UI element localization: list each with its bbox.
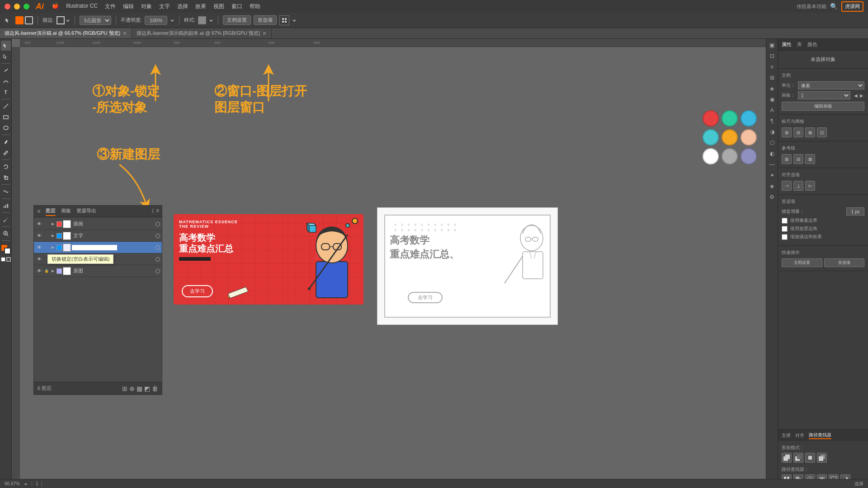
right-icon-brush[interactable]: ✦ — [768, 171, 777, 180]
bottom-tab-align[interactable]: 对齐 — [795, 432, 804, 439]
swatch-orange[interactable] — [722, 129, 738, 145]
stroke-color[interactable] — [25, 16, 33, 24]
layer-dot-yuantu[interactable] — [156, 269, 160, 273]
panel-collapse-btn[interactable]: 《 — [149, 207, 154, 215]
layer-lock-editing[interactable] — [44, 245, 49, 250]
layer-expand-editing[interactable]: ▶ — [50, 245, 56, 250]
warp-tool[interactable] — [1, 187, 11, 197]
right-icon-symbols[interactable]: ◈ — [768, 182, 777, 191]
right-icon-character[interactable]: A — [768, 106, 777, 115]
menu-effect[interactable]: 效果 — [195, 3, 206, 10]
direct-select-tool[interactable] — [1, 52, 11, 61]
move-to-layer-btn[interactable]: ▦ — [137, 385, 142, 392]
swatch-teal[interactable] — [722, 110, 738, 127]
menu-select[interactable]: 选择 — [177, 3, 188, 10]
select-tool[interactable] — [1, 41, 11, 51]
menu-text[interactable]: 文字 — [159, 3, 170, 10]
zoom-tool[interactable] — [1, 229, 11, 239]
align-right[interactable]: ⊢ — [805, 181, 815, 191]
layer-eye-editing[interactable]: 👁 — [36, 244, 43, 251]
curvature-tool[interactable] — [1, 76, 11, 86]
layer-item-wenzi[interactable]: 👁 ▶ 文字 — [34, 230, 162, 242]
scale-stroke-checkbox[interactable] — [782, 234, 788, 240]
move-up-btn[interactable]: ◩ — [144, 385, 150, 392]
layer-expand-yuantu[interactable]: ▶ — [50, 268, 56, 274]
right-icon-paragraph[interactable]: ¶ — [768, 117, 777, 126]
right-tab-properties[interactable]: 属性 — [782, 41, 792, 48]
right-board-select[interactable]: 1 — [798, 91, 850, 99]
pencil-tool[interactable] — [1, 148, 11, 158]
menu-apple[interactable]: 🍎 — [52, 3, 59, 10]
layer-lock-yuantu[interactable]: 🔒 — [44, 268, 49, 274]
ellipse-tool[interactable] — [1, 123, 11, 133]
ruler-icon-1[interactable]: ⊞ — [782, 127, 792, 137]
ruler-icon-4[interactable]: ⊡ — [817, 127, 827, 137]
swatch-white[interactable] — [703, 148, 719, 164]
layer-dot-editing[interactable] — [156, 245, 160, 250]
preferences-toolbar-btn[interactable]: 首选项 — [254, 15, 277, 25]
swatch-purple[interactable] — [741, 148, 757, 164]
tab-2-close[interactable]: ✕ — [262, 30, 267, 37]
fill-stroke-selector[interactable] — [1, 244, 11, 254]
keyboard-nudge-input[interactable] — [846, 207, 864, 216]
menu-object[interactable]: 对象 — [141, 3, 152, 10]
right-icon-properties[interactable]: ▣ — [768, 41, 777, 50]
layers-tab-export[interactable]: 资源导出 — [76, 206, 96, 216]
layer-dot-wenzi[interactable] — [156, 234, 160, 238]
board-next[interactable]: ▶ — [859, 93, 864, 98]
menu-illustrator[interactable]: Illustrator CC — [66, 3, 98, 10]
maximize-button[interactable] — [24, 4, 29, 9]
shape-unite[interactable] — [782, 453, 792, 463]
create-layer-btn[interactable]: ⊕ — [129, 385, 135, 392]
layer-lock-chua[interactable] — [44, 221, 49, 227]
layer-expand-wenzi[interactable]: ▶ — [50, 233, 56, 239]
banner-button[interactable]: 去学习 — [182, 285, 213, 297]
fill-icon[interactable] — [1, 257, 5, 262]
guide-icon-3[interactable]: ⊠ — [805, 154, 815, 164]
edit-board-btn[interactable]: 编辑画板 — [782, 102, 864, 111]
line-tool[interactable] — [1, 101, 11, 111]
style-swatch[interactable] — [198, 16, 206, 24]
layer-dot-chua[interactable] — [156, 222, 160, 226]
right-icon-swatches[interactable]: ⬡ — [768, 138, 777, 147]
quick-prefs[interactable]: 首选项 — [824, 258, 865, 267]
rect-tool[interactable] — [1, 112, 11, 122]
right-icon-settings[interactable]: ⚙ — [768, 192, 777, 202]
arrange-icon[interactable] — [279, 15, 289, 25]
guide-icon-1[interactable]: ⊞ — [782, 154, 792, 164]
shape-exclude[interactable] — [817, 453, 827, 463]
layer-name-input[interactable] — [72, 245, 117, 250]
swatch-cyan[interactable] — [703, 129, 719, 145]
rotate-tool[interactable] — [1, 162, 11, 172]
eyedropper-tool[interactable] — [1, 215, 11, 225]
right-icon-color[interactable]: ◑ — [768, 127, 777, 136]
snap-pixel-checkbox[interactable] — [782, 218, 788, 224]
select-tool-icon[interactable] — [4, 16, 13, 25]
right-icon-stroke[interactable]: — — [768, 160, 777, 169]
layer-eye-wenzi[interactable]: 👁 — [36, 232, 43, 239]
search-icon[interactable]: 🔍 — [830, 3, 838, 10]
shape-minus[interactable] — [793, 453, 803, 463]
minimize-button[interactable] — [14, 4, 20, 9]
layer-item-editing[interactable]: 👁 ▶ 切换锁定(空白表示可编辑) — [34, 242, 162, 253]
ruler-icon-3[interactable]: ⊠ — [805, 127, 815, 137]
doc-settings-toolbar-btn[interactable]: 文档设置 — [223, 15, 251, 25]
bottom-tab-pathfinder[interactable]: 路径查找器 — [809, 432, 831, 439]
align-center-h[interactable]: ⊥ — [793, 181, 803, 191]
swatch-gray[interactable] — [722, 148, 738, 164]
tab-1[interactable]: 描边风-banner演示稿.ai @ 66.67% (RGB/GPU 预览) ✕ — [0, 28, 132, 38]
swatch-blue[interactable] — [741, 110, 757, 127]
ruler-icon-2[interactable]: ⊟ — [793, 127, 803, 137]
layers-panel-close[interactable]: ✕ — [37, 208, 41, 215]
swatch-peach[interactable] — [741, 129, 757, 145]
opacity-input[interactable] — [145, 16, 167, 25]
brush-tool[interactable] — [1, 137, 11, 147]
layer-eye-chua[interactable]: 👁 — [36, 221, 43, 228]
bottom-tab-transform[interactable]: 支撑 — [782, 432, 791, 439]
close-button[interactable] — [5, 4, 10, 9]
stroke-icon[interactable] — [6, 257, 11, 262]
column-graph-tool[interactable] — [1, 201, 11, 211]
right-unit-select[interactable]: 像素 — [798, 81, 864, 89]
quick-doc-settings[interactable]: 文档设置 — [782, 258, 822, 267]
scale-tool[interactable] — [1, 173, 11, 183]
